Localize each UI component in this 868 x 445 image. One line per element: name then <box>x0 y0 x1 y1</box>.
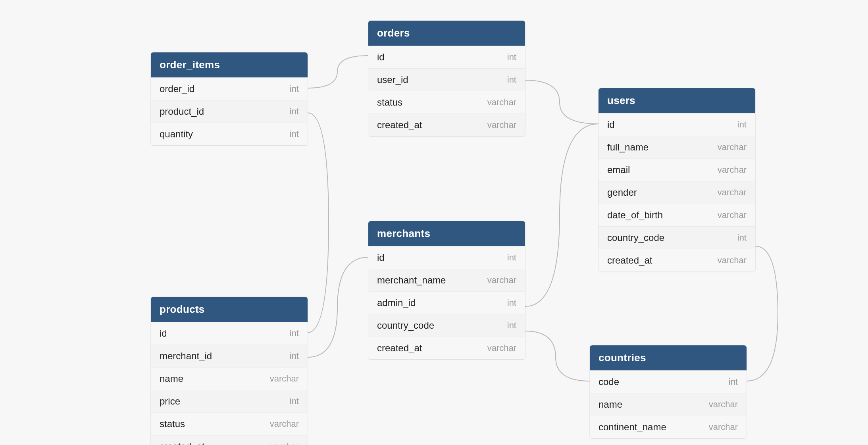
column-type: int <box>507 298 516 308</box>
column-row[interactable]: date_of_birth varchar <box>599 204 755 226</box>
column-name: created_at <box>607 255 652 266</box>
table-header: order_items <box>151 52 308 77</box>
column-row[interactable]: continent_name varchar <box>590 416 747 438</box>
column-type: int <box>507 320 516 331</box>
column-name: created_at <box>377 119 422 131</box>
column-type: int <box>290 84 299 94</box>
column-name: code <box>599 376 619 387</box>
column-row[interactable]: id int <box>599 113 755 136</box>
column-row[interactable]: created_at varchar <box>368 337 525 359</box>
column-type: varchar <box>487 275 516 285</box>
column-row[interactable]: status varchar <box>151 412 308 435</box>
column-type: varchar <box>270 374 299 384</box>
column-type: int <box>507 75 516 85</box>
column-row[interactable]: created_at varchar <box>599 249 755 272</box>
column-name: quantity <box>160 129 193 140</box>
column-type: varchar <box>270 441 299 445</box>
column-row[interactable]: email varchar <box>599 158 755 181</box>
column-name: status <box>160 418 185 430</box>
column-row[interactable]: quantity int <box>151 123 308 145</box>
column-type: int <box>737 119 747 130</box>
column-name: name <box>599 399 622 410</box>
column-name: id <box>377 252 385 263</box>
column-row[interactable]: merchant_name varchar <box>368 269 525 291</box>
column-name: id <box>160 328 167 339</box>
column-name: user_id <box>377 74 408 85</box>
table-header: users <box>599 88 755 113</box>
column-row[interactable]: code int <box>590 370 747 393</box>
column-row[interactable]: full_name varchar <box>599 136 755 158</box>
column-type: varchar <box>487 120 516 130</box>
column-type: varchar <box>718 142 747 152</box>
column-type: varchar <box>718 165 747 175</box>
table-header: products <box>151 297 308 322</box>
table-orders[interactable]: orders id int user_id int status varchar… <box>368 21 525 136</box>
column-row[interactable]: name varchar <box>151 367 308 390</box>
column-type: int <box>729 377 738 387</box>
column-type: int <box>507 52 516 62</box>
column-name: status <box>377 97 402 108</box>
column-name: name <box>160 373 183 384</box>
column-name: continent_name <box>599 422 666 433</box>
table-order-items[interactable]: order_items order_id int product_id int … <box>151 52 308 145</box>
table-countries[interactable]: countries code int name varchar continen… <box>590 345 747 438</box>
column-type: int <box>290 328 299 339</box>
column-row[interactable]: country_code int <box>368 314 525 337</box>
column-row[interactable]: order_id int <box>151 77 308 100</box>
table-users[interactable]: users id int full_name varchar email var… <box>599 88 755 272</box>
column-row[interactable]: created_at varchar <box>151 435 308 445</box>
column-name: gender <box>607 187 637 198</box>
column-name: country_code <box>377 320 434 331</box>
column-name: merchant_name <box>377 275 446 286</box>
column-type: varchar <box>487 343 516 353</box>
column-name: date_of_birth <box>607 210 663 221</box>
column-row[interactable]: country_code int <box>599 226 755 249</box>
column-name: created_at <box>377 343 422 354</box>
column-type: varchar <box>718 187 747 198</box>
erd-canvas[interactable]: order_items order_id int product_id int … <box>0 0 868 445</box>
column-name: id <box>377 52 385 63</box>
column-row[interactable]: name varchar <box>590 393 747 416</box>
column-row[interactable]: id int <box>368 246 525 269</box>
column-row[interactable]: id int <box>368 46 525 68</box>
column-type: int <box>290 396 299 406</box>
column-name: full_name <box>607 142 649 153</box>
table-header: countries <box>590 345 747 370</box>
table-merchants[interactable]: merchants id int merchant_name varchar a… <box>368 221 525 359</box>
column-row[interactable]: admin_id int <box>368 291 525 314</box>
column-name: email <box>607 164 630 175</box>
column-type: int <box>290 351 299 361</box>
column-row[interactable]: id int <box>151 322 308 345</box>
column-type: int <box>507 252 516 263</box>
column-row[interactable]: created_at varchar <box>368 114 525 136</box>
column-name: admin_id <box>377 297 416 308</box>
column-type: varchar <box>487 97 516 108</box>
column-type: int <box>290 129 299 139</box>
column-row[interactable]: gender varchar <box>599 181 755 204</box>
column-type: varchar <box>709 422 738 432</box>
column-type: varchar <box>270 419 299 429</box>
table-header: orders <box>368 21 525 46</box>
column-type: varchar <box>709 399 738 410</box>
column-type: int <box>737 233 747 243</box>
column-row[interactable]: user_id int <box>368 68 525 91</box>
column-name: order_id <box>160 83 194 94</box>
table-header: merchants <box>368 221 525 246</box>
column-row[interactable]: product_id int <box>151 100 308 123</box>
column-type: varchar <box>718 255 747 266</box>
column-type: int <box>290 106 299 117</box>
table-products[interactable]: products id int merchant_id int name var… <box>151 297 308 445</box>
column-row[interactable]: status varchar <box>368 91 525 114</box>
column-name: merchant_id <box>160 351 212 362</box>
column-row[interactable]: price int <box>151 390 308 412</box>
column-name: created_at <box>160 441 204 445</box>
column-name: price <box>160 396 180 407</box>
column-name: country_code <box>607 232 664 243</box>
column-type: varchar <box>718 210 747 220</box>
column-row[interactable]: merchant_id int <box>151 345 308 367</box>
column-name: id <box>607 119 615 130</box>
column-name: product_id <box>160 106 204 117</box>
